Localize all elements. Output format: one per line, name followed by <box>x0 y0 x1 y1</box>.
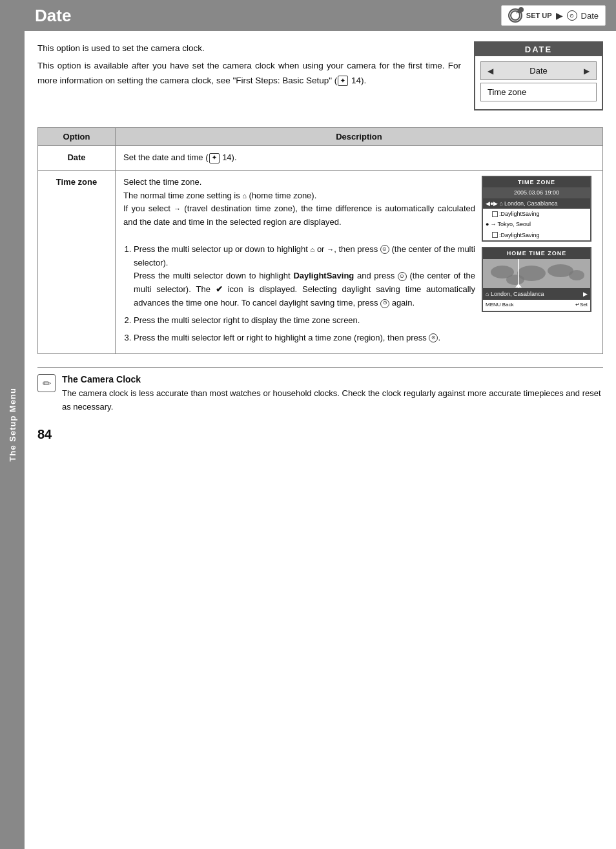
intro-section: This option is used to set the camera cl… <box>25 41 616 121</box>
options-table: Option Description Date Set the date and… <box>37 127 603 354</box>
ok-circle-3: ⊙ <box>380 299 389 308</box>
tz-screen-time: 2005.03.06 19:00 <box>483 187 590 198</box>
date-menu-title: DATE <box>475 43 602 56</box>
tz-checkbox-2 <box>492 232 498 238</box>
right-arrow: ▶ <box>584 67 590 76</box>
intro-line2: This option is available after you have … <box>37 59 461 89</box>
tz-row-london: ◀●▶ ⌂ London, Casablanca <box>483 198 590 209</box>
desc-text-timezone: Select the time zone. The normal time zo… <box>123 176 475 349</box>
tz-step-2: Press the multi selector right to displa… <box>134 314 475 328</box>
ok-circle-2: ⊙ <box>398 272 407 281</box>
tz-home-icon: ⌂ <box>499 199 502 208</box>
travel-icon-2: → <box>327 244 334 256</box>
note-text: The camera clock is less accurate than m… <box>62 387 603 414</box>
tz-travel: If you select → (travel destination time… <box>123 202 475 229</box>
desc-date: Set the date and time (✦ 14). <box>116 146 603 171</box>
note-section: ✏ The Camera Clock The camera clock is l… <box>37 367 603 414</box>
check-icon: ✔ <box>216 283 223 297</box>
tz-normal: The normal time zone setting is ⌂ (home … <box>123 189 475 203</box>
tz-screen: TIME ZONE 2005.03.06 19:00 ◀●▶ ⌂ London,… <box>482 176 591 242</box>
table-row-timezone: Time zone Select the time zone. The norm… <box>38 170 603 354</box>
tz-step-1: Press the multi selector up or down to h… <box>134 243 475 310</box>
page-number: 84 <box>25 421 616 448</box>
svg-point-8 <box>569 270 584 280</box>
desc-timezone: Select the time zone. The normal time zo… <box>116 170 603 354</box>
table-header-option: Option <box>38 128 116 146</box>
breadcrumb-date-label: Date <box>581 11 599 21</box>
ref-icon: ✦ <box>338 76 348 86</box>
svg-point-6 <box>506 275 524 285</box>
home-icon: ⌂ <box>242 191 247 202</box>
htz-screen: HOME TIME ZONE <box>482 247 591 312</box>
page-title: Date <box>35 6 71 26</box>
note-icon: ✏ <box>37 374 56 392</box>
breadcrumb-arrow: ▶ <box>556 10 563 21</box>
date-menu-item-date: ◀ Date ▶ <box>480 61 597 80</box>
date-menu-item-timezone: Time zone <box>480 83 597 101</box>
table-row-date: Date Set the date and time (✦ 14). <box>38 146 603 171</box>
note-title: The Camera Clock <box>62 374 603 384</box>
table-header-description: Description <box>116 128 603 146</box>
desc-images: TIME ZONE 2005.03.06 19:00 ◀●▶ ⌂ London,… <box>482 176 595 349</box>
date-menu-date-label: Date <box>529 66 547 76</box>
tz-tokyo-label: Tokyo, Seoul <box>497 220 531 229</box>
ok-circle: ⊙ <box>380 245 389 254</box>
tz-row-tokyo: ● → Tokyo, Seoul <box>483 219 590 229</box>
main-content: Date ▶ SET UP ▶ ⊙ Date This option is us… <box>25 0 616 849</box>
option-timezone: Time zone <box>38 170 116 354</box>
intro-text: This option is used to set the camera cl… <box>37 41 461 110</box>
tz-steps-list: Press the multi selector up or down to h… <box>123 243 475 345</box>
date-menu-timezone-label: Time zone <box>488 87 526 97</box>
desc-with-images: Select the time zone. The normal time zo… <box>123 176 595 349</box>
htz-set-label: ↵Set <box>575 301 588 309</box>
page-header: Date ▶ SET UP ▶ ⊙ Date <box>25 0 616 31</box>
htz-location-label: ⌂ London, Casablanca <box>486 289 544 299</box>
tz-travel-icon: → <box>490 220 496 229</box>
ref-icon-2: ✦ <box>209 153 220 163</box>
htz-map <box>483 259 590 288</box>
note-content: The Camera Clock The camera clock is les… <box>62 374 603 414</box>
tz-row-daylight1: :DaylightSaving <box>483 209 590 219</box>
tz-daylight1-label: :DaylightSaving <box>499 209 540 218</box>
sidebar: The Setup Menu <box>0 0 25 849</box>
setup-icon: ▶ <box>508 8 522 23</box>
tz-step-3: Press the multi selector left or right t… <box>134 331 475 345</box>
htz-bottom-bar: MENU Back ↵Set <box>483 300 590 311</box>
htz-nav-arrow: ▶ <box>583 289 588 299</box>
clock-icon: ⊙ <box>567 10 577 21</box>
breadcrumb-setup-label: SET UP <box>526 12 552 19</box>
tz-dot: ● <box>486 220 489 229</box>
ok-circle-4: ⊙ <box>429 333 438 342</box>
htz-back-label: MENU Back <box>486 301 514 309</box>
home-icon-2: ⌂ <box>311 244 315 256</box>
breadcrumb: ▶ SET UP ▶ ⊙ Date <box>501 5 606 26</box>
tz-london-label: London, Casablanca <box>504 199 558 208</box>
tz-nav-arrows: ◀●▶ <box>486 199 498 208</box>
travel-icon: → <box>174 204 181 215</box>
htz-location-bar: ⌂ London, Casablanca ▶ <box>483 288 590 300</box>
intro-line1: This option is used to set the camera cl… <box>37 41 461 56</box>
tz-checkbox-1 <box>492 211 498 217</box>
sidebar-label: The Setup Menu <box>8 388 17 461</box>
date-menu-preview: DATE ◀ Date ▶ Time zone <box>474 41 603 110</box>
tz-daylight2-label: :DaylightSaving <box>499 231 540 240</box>
htz-screen-title: HOME TIME ZONE <box>483 248 590 258</box>
option-date: Date <box>38 146 116 171</box>
tz-intro: Select the time zone. <box>123 176 475 189</box>
left-arrow: ◀ <box>488 67 493 76</box>
tz-screen-title: TIME ZONE <box>483 177 590 187</box>
tz-row-daylight2: :DaylightSaving <box>483 230 590 240</box>
